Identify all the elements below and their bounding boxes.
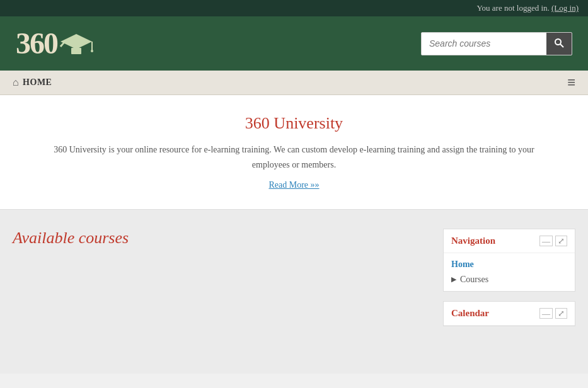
page-description: 360 University is your online resource f…	[42, 142, 546, 173]
top-bar: You are not logged in. (Log in)	[0, 0, 588, 16]
navigation-minimize-icon[interactable]: —	[539, 236, 553, 246]
search-button[interactable]	[546, 33, 572, 55]
calendar-block: Calendar — ⤢	[443, 301, 575, 326]
calendar-expand-icon[interactable]: ⤢	[555, 308, 567, 319]
navigation-block-header: Navigation — ⤢	[444, 229, 575, 253]
navigation-block: Navigation — ⤢ Home ▶ Courses	[443, 229, 575, 292]
navigation-block-icons: — ⤢	[539, 236, 567, 246]
search-icon	[554, 38, 564, 48]
page-title: 360 University	[13, 114, 575, 133]
svg-line-5	[560, 44, 563, 47]
search-input[interactable]	[422, 33, 546, 54]
mortarboard-icon	[57, 28, 95, 59]
login-link[interactable]: (Log in)	[551, 3, 579, 13]
logo: 360	[16, 28, 95, 59]
svg-point-4	[555, 39, 561, 45]
courses-arrow-icon: ▶	[451, 275, 456, 283]
not-logged-in-text: You are not logged in.	[476, 3, 549, 13]
home-icon: ⌂	[13, 77, 19, 88]
sidebar: Navigation — ⤢ Home ▶ Courses Calendar —	[443, 229, 575, 336]
left-area: Available courses	[13, 229, 430, 248]
svg-point-3	[91, 50, 93, 52]
read-more-link[interactable]: Read More »»	[268, 180, 319, 190]
nav-bar: ⌂ HOME ≡	[0, 71, 588, 95]
logo-text: 360	[16, 28, 57, 59]
main-content: 360 University 360 University is your on…	[0, 95, 588, 210]
nav-courses-item: ▶ Courses	[451, 275, 567, 285]
breadcrumb: ⌂ HOME	[13, 77, 52, 88]
header: 360	[0, 16, 588, 71]
available-courses-title: Available courses	[13, 229, 430, 248]
home-label: HOME	[23, 77, 52, 88]
calendar-minimize-icon[interactable]: —	[539, 308, 553, 319]
calendar-block-header: Calendar — ⤢	[444, 302, 575, 326]
nav-home-link[interactable]: Home	[451, 260, 567, 270]
navigation-block-body: Home ▶ Courses	[444, 253, 575, 291]
body-area: Available courses Navigation — ⤢ Home ▶ …	[0, 210, 588, 374]
navigation-expand-icon[interactable]: ⤢	[555, 236, 567, 246]
calendar-block-icons: — ⤢	[539, 308, 567, 319]
search-bar	[421, 32, 572, 55]
navigation-title: Navigation	[451, 236, 495, 246]
svg-rect-1	[71, 48, 81, 54]
hamburger-button[interactable]: ≡	[567, 76, 575, 89]
svg-marker-0	[61, 34, 92, 49]
nav-courses-label[interactable]: Courses	[460, 275, 488, 285]
calendar-title: Calendar	[451, 308, 489, 319]
